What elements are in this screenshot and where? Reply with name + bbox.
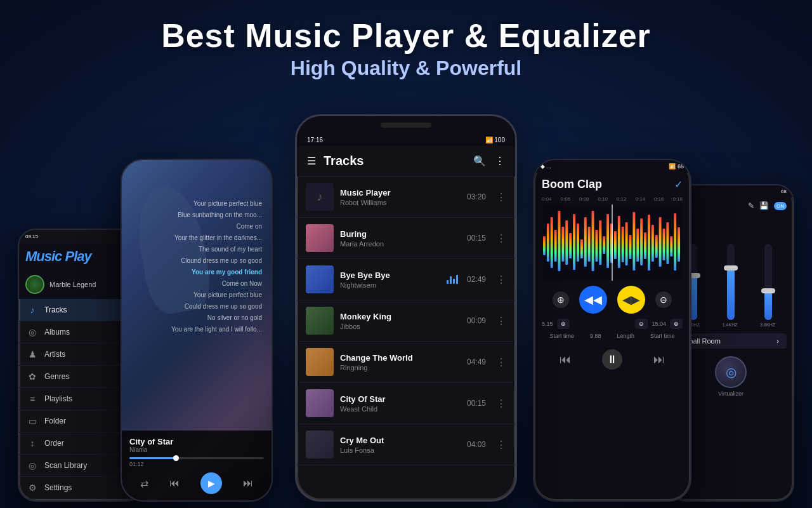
track-duration-6: 00:15 <box>467 399 486 408</box>
waveform-svg <box>542 204 683 281</box>
track-artist-1: Robot Williams <box>340 199 461 206</box>
tracks-time: 17:16 <box>307 137 323 144</box>
more-icon[interactable]: ⋮ <box>495 155 505 167</box>
track-info-4: Monkey King Jibbos <box>340 312 461 330</box>
settings-icon: ⚙ <box>27 483 38 493</box>
track-item-4[interactable]: Monkey King Jibbos 00:09 ⋮ <box>297 300 515 342</box>
page-header: Best Music Player & Equalizer High Quali… <box>0 0 812 91</box>
svg-rect-25 <box>636 229 639 262</box>
svg-rect-17 <box>606 214 609 268</box>
start-label: Start time <box>549 333 574 339</box>
waveform-song-title: Boom Clap <box>542 178 602 191</box>
svg-rect-0 <box>543 236 546 255</box>
search-icon[interactable]: 🔍 <box>473 155 486 167</box>
play-button[interactable]: ▶ <box>200 472 222 494</box>
svg-rect-23 <box>629 235 632 259</box>
svg-rect-26 <box>640 218 643 265</box>
svg-rect-12 <box>588 227 591 262</box>
lyrics-line-1: Your picture perfect blue <box>131 198 262 210</box>
fader-36khz <box>764 244 772 320</box>
skip-back-waveform[interactable]: ⏮ <box>560 353 571 366</box>
album-art-small <box>25 275 44 294</box>
eq-bar-3 <box>453 279 455 284</box>
phone-notch <box>297 116 515 134</box>
waveform-labels: Start time 9.88 Length Start time <box>534 333 690 343</box>
track-info-5: Change The World Ringning <box>340 353 461 371</box>
track-more-2[interactable]: ⋮ <box>496 232 506 244</box>
track-name-4: Monkey King <box>340 312 461 321</box>
prev-nav-button[interactable]: ◀◀ <box>579 286 607 314</box>
waveform-check-icon: ✓ <box>674 178 683 190</box>
svg-rect-27 <box>644 232 646 259</box>
notch-bar <box>381 123 431 128</box>
track-name-2: Buring <box>340 229 461 239</box>
track-name-6: City Of Star <box>340 394 461 404</box>
svg-rect-21 <box>622 227 624 262</box>
add-start-time-button[interactable]: ⊕ <box>557 319 570 329</box>
svg-rect-31 <box>659 217 662 267</box>
skip-forward-waveform[interactable]: ⏭ <box>653 353 665 366</box>
track-more-4[interactable]: ⋮ <box>496 315 506 327</box>
pause-waveform[interactable]: ⏸ <box>602 349 622 370</box>
next-button[interactable]: ⏭ <box>243 478 253 489</box>
virtualizer-knob[interactable]: ◎ <box>715 356 747 388</box>
svg-rect-6 <box>565 220 568 265</box>
track-artist-3: Nightwisem <box>340 281 440 289</box>
track-art-5 <box>306 348 334 376</box>
lyrics-bottom-bar: City of Star Niania 01:12 ⇄ ⏮ ▶ ⏭ <box>122 431 272 500</box>
genres-icon: ✿ <box>27 371 38 382</box>
eq-toggle[interactable]: ON <box>774 202 787 210</box>
minus-end-time-button[interactable]: ⊖ <box>635 319 648 329</box>
track-more-1[interactable]: ⋮ <box>496 191 506 203</box>
track-artist-7: Luis Fonsa <box>340 446 461 454</box>
svg-rect-3 <box>554 230 557 262</box>
fader-14khz <box>727 244 735 320</box>
play-waveform-button[interactable]: ◀▶ <box>617 286 645 314</box>
zoom-in-button[interactable]: ⊕ <box>553 291 569 308</box>
fader-handle-3[interactable] <box>761 288 775 293</box>
track-art-7 <box>306 431 334 458</box>
track-item-3[interactable]: Bye Bye Bye Nightwisem 02:49 ⋮ <box>297 259 515 300</box>
lyrics-progress-bar[interactable] <box>129 457 264 459</box>
eq-label-3: 3.6KHZ <box>760 323 775 327</box>
svg-rect-20 <box>618 216 620 268</box>
zoom-out-button[interactable]: ⊖ <box>655 291 672 308</box>
fader-handle-2[interactable] <box>724 265 738 271</box>
eq-preset-arrow: › <box>776 337 779 345</box>
track-item-5[interactable]: Change The World Ringning 04:49 ⋮ <box>297 342 515 383</box>
eq-preset-selector[interactable]: Small Room › <box>675 333 787 349</box>
waveform-status-bar: ◆ ... 📶 68 <box>534 160 690 173</box>
track-info-3: Bye Bye Bye Nightwisem <box>340 271 440 289</box>
track-art-6 <box>306 389 334 417</box>
track-item-6[interactable]: City Of Star Weast Child 00:15 ⋮ <box>297 383 515 424</box>
svg-rect-4 <box>558 211 561 271</box>
svg-rect-19 <box>614 231 617 259</box>
order-icon: ↕ <box>27 438 38 448</box>
lyrics-text-container: Your picture perfect blue Blue sunbathin… <box>122 198 272 335</box>
eq-save-icon[interactable]: 💾 <box>759 201 769 210</box>
track-more-3[interactable]: ⋮ <box>496 274 506 286</box>
track-item-7[interactable]: Cry Me Out Luis Fonsa 04:03 ⋮ <box>297 424 515 465</box>
svg-rect-13 <box>592 211 594 271</box>
track-item-2[interactable]: Buring Maria Arredon 00:15 ⋮ <box>297 218 515 259</box>
lyrics-line-4: Your the glitter in the darknes... <box>131 232 262 244</box>
lyrics-line-11: You are the light and I will follo... <box>131 324 262 335</box>
svg-rect-5 <box>561 227 564 262</box>
add-end-time-button[interactable]: ⊕ <box>670 319 683 329</box>
track-info-6: City Of Star Weast Child <box>340 394 461 413</box>
svg-rect-14 <box>595 230 598 262</box>
eq-edit-icon[interactable]: ✎ <box>748 201 754 210</box>
prev-button[interactable]: ⏮ <box>169 478 180 489</box>
tracks-icon: ♪ <box>27 305 38 315</box>
fader-fill-2 <box>727 267 735 320</box>
lyrics-line-highlight: You are my good friend <box>131 267 262 278</box>
eq-bar-1 <box>447 280 449 284</box>
track-more-5[interactable]: ⋮ <box>496 356 506 368</box>
repeat-button[interactable]: ⇄ <box>140 478 148 490</box>
track-item-1[interactable]: ♪ Music Player Robot Williams 03:20 ⋮ <box>297 177 515 218</box>
track-more-7[interactable]: ⋮ <box>496 439 506 451</box>
lyrics-line-9: Could dress me up so good <box>131 301 262 312</box>
track-more-6[interactable]: ⋮ <box>496 398 506 410</box>
eq-bar-2 <box>450 276 452 284</box>
hamburger-icon[interactable]: ☰ <box>307 155 316 167</box>
